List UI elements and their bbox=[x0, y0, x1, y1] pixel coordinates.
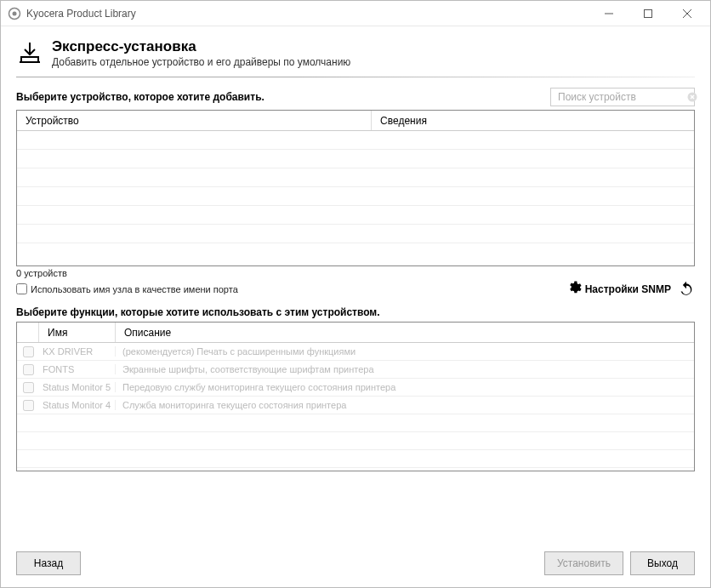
window-title: Kyocera Product Library bbox=[26, 8, 589, 20]
feature-name: Status Monitor 5 bbox=[39, 382, 116, 392]
page-title: Экспресс-установка bbox=[52, 38, 350, 55]
device-grid-header: Устройство Сведения bbox=[17, 111, 694, 131]
exit-button[interactable]: Выход bbox=[630, 551, 695, 575]
feature-grid: Имя Описание KX DRIVER (рекомендуется) П… bbox=[16, 322, 695, 471]
page-header: Экспресс-установка Добавить отдельное ус… bbox=[1, 26, 710, 75]
feature-col-desc[interactable]: Описание bbox=[116, 323, 694, 342]
refresh-button[interactable] bbox=[678, 281, 695, 298]
device-grid-body[interactable] bbox=[17, 131, 694, 265]
feature-row[interactable]: KX DRIVER (рекомендуется) Печать с расши… bbox=[17, 343, 694, 361]
device-col-device[interactable]: Устройство bbox=[17, 111, 372, 130]
feature-name: Status Monitor 4 bbox=[39, 400, 116, 410]
app-icon bbox=[8, 7, 21, 20]
clear-search-icon[interactable] bbox=[687, 90, 697, 104]
feature-select-prompt: Выберите функции, которые хотите использ… bbox=[16, 306, 695, 318]
host-name-checkbox-row[interactable]: Использовать имя узла в качестве имени п… bbox=[16, 283, 566, 294]
feature-desc: Экранные шрифты, соответствующие шрифтам… bbox=[116, 364, 694, 374]
svg-point-1 bbox=[13, 11, 17, 15]
feature-desc: Передовую службу мониторинга текущего со… bbox=[116, 382, 694, 392]
device-grid: Устройство Сведения bbox=[16, 110, 695, 266]
body: Выберите устройство, которое хотите доба… bbox=[1, 83, 710, 543]
device-count: 0 устройств bbox=[16, 268, 67, 278]
snmp-settings-label: Настройки SNMP bbox=[585, 283, 671, 295]
feature-name: KX DRIVER bbox=[39, 346, 116, 357]
device-select-prompt: Выберите устройство, которое хотите доба… bbox=[16, 91, 550, 103]
search-box bbox=[550, 88, 695, 106]
host-name-checkbox[interactable] bbox=[16, 283, 27, 294]
feature-name: FONTS bbox=[39, 364, 116, 374]
page-subtitle: Добавить отдельное устройство и его драй… bbox=[52, 56, 350, 68]
footer: Назад Установить Выход bbox=[1, 543, 710, 587]
feature-checkbox[interactable] bbox=[23, 346, 34, 357]
svg-rect-3 bbox=[645, 9, 652, 17]
device-col-details[interactable]: Сведения bbox=[372, 111, 694, 130]
feature-row[interactable]: Status Monitor 5 Передовую службу монито… bbox=[17, 379, 694, 397]
maximize-button[interactable] bbox=[629, 2, 668, 26]
download-icon bbox=[16, 40, 43, 67]
feature-checkbox[interactable] bbox=[23, 400, 34, 411]
install-button[interactable]: Установить bbox=[544, 551, 623, 575]
feature-desc: (рекомендуется) Печать с расширенными фу… bbox=[116, 346, 694, 357]
feature-checkbox[interactable] bbox=[23, 382, 34, 393]
feature-row[interactable]: FONTS Экранные шрифты, соответствующие ш… bbox=[17, 361, 694, 379]
feature-grid-header: Имя Описание bbox=[17, 323, 694, 343]
search-input[interactable] bbox=[556, 90, 687, 104]
feature-grid-body: KX DRIVER (рекомендуется) Печать с расши… bbox=[17, 343, 694, 471]
divider bbox=[16, 77, 695, 77]
close-button[interactable] bbox=[668, 2, 707, 26]
back-button[interactable]: Назад bbox=[16, 551, 81, 575]
feature-row[interactable]: Status Monitor 4 Служба мониторинга теку… bbox=[17, 397, 694, 414]
snmp-settings-button[interactable]: Настройки SNMP bbox=[566, 280, 671, 298]
titlebar: Kyocera Product Library bbox=[1, 1, 710, 26]
feature-col-name[interactable]: Имя bbox=[39, 323, 116, 342]
host-name-checkbox-label: Использовать имя узла в качестве имени п… bbox=[31, 284, 238, 294]
feature-desc: Служба мониторинга текущего состояния пр… bbox=[116, 400, 694, 410]
content: Экспресс-установка Добавить отдельное ус… bbox=[1, 26, 710, 587]
feature-checkbox[interactable] bbox=[23, 364, 34, 375]
gear-icon bbox=[566, 280, 582, 298]
main-window: Kyocera Product Library bbox=[0, 0, 711, 588]
minimize-button[interactable] bbox=[589, 2, 629, 26]
